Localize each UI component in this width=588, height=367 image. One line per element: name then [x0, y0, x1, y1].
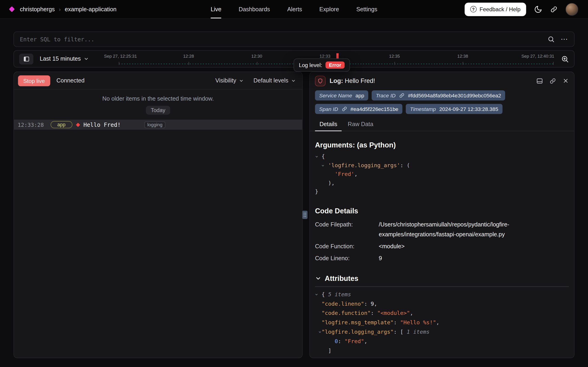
panels-container: Stop live Connected Visibility Default l… — [14, 72, 574, 358]
tick-mark — [257, 62, 257, 65]
badge-trace-id[interactable]: Trace ID #fdd5694a8fa98eb4e301d99ebc056e… — [372, 90, 505, 100]
code-filepath-row: Code Filepath: /Users/christophersamiull… — [315, 220, 569, 239]
attributes-heading: Attributes — [325, 274, 358, 283]
user-avatar[interactable] — [565, 3, 578, 16]
log-row[interactable]: 12:33:28 app Hello Fred! logging — [14, 120, 302, 130]
tick-mark — [463, 62, 463, 65]
tab-details[interactable]: Details — [315, 118, 342, 131]
tick-mark — [394, 62, 395, 65]
link-icon — [341, 106, 347, 112]
code-details-list: Code Filepath: /Users/christophersamiull… — [315, 220, 569, 263]
detail-title: Log: Hello Fred! — [330, 77, 375, 84]
tick-mark — [553, 62, 554, 65]
connection-status: Connected — [57, 77, 84, 84]
badge-timestamp[interactable]: Timestamp 2024-09-27 12:33:28.385 — [406, 104, 502, 114]
today-button[interactable]: Today — [146, 106, 170, 115]
code-lineno-row: Code Lineno: 9 — [315, 253, 569, 263]
chevron-down-icon — [239, 78, 244, 83]
moon-icon — [534, 5, 542, 13]
search-icon[interactable] — [547, 36, 555, 43]
scope-tag[interactable]: logging — [144, 121, 165, 128]
tick-mark — [119, 62, 119, 65]
empty-state-message: No older items in the selected time wind… — [14, 95, 302, 102]
zoom-in-icon — [561, 55, 569, 63]
close-button[interactable] — [563, 78, 569, 84]
attributes-divider — [315, 286, 569, 287]
tick-label: 12:38 — [457, 54, 468, 58]
question-icon: ? — [470, 6, 477, 12]
sql-filter-input[interactable] — [20, 36, 542, 42]
primary-nav: Live Dashboards Alerts Explore Settings — [211, 0, 377, 18]
breadcrumb: christophergs › example-application — [10, 6, 116, 12]
nav-actions: ? Feedback / Help — [464, 2, 578, 16]
time-range-select[interactable]: Last 15 minutes — [40, 56, 89, 62]
live-log-panel: Stop live Connected Visibility Default l… — [14, 72, 303, 358]
tab-raw-data[interactable]: Raw Data — [343, 118, 378, 131]
log-detail-panel: Log: Hello Fred! — [309, 72, 574, 358]
logfire-logo-icon[interactable] — [9, 6, 15, 12]
error-level-diamond-icon — [76, 123, 80, 127]
app-root: christophergs › example-application Live… — [0, 0, 588, 367]
chevron-down-icon — [84, 56, 89, 62]
panel-left-icon — [23, 56, 29, 62]
error-level-badge: Error — [325, 62, 345, 69]
badge-span-id[interactable]: Span ID #ea4d5f226ec151be — [315, 104, 402, 114]
breadcrumb-separator-icon: › — [59, 6, 61, 12]
more-options-icon[interactable]: ⋯ — [561, 35, 568, 44]
detail-tabs: Details Raw Data — [310, 118, 574, 131]
arguments-code[interactable]: › { › 'logfire.logging_args': ( 'Fred', … — [315, 152, 569, 196]
tick-label: 12:35 — [389, 54, 400, 58]
dock-bottom-button[interactable] — [536, 77, 543, 84]
nav-tab-alerts[interactable]: Alerts — [287, 0, 302, 18]
feedback-help-button[interactable]: ? Feedback / Help — [464, 2, 526, 16]
attributes-section-toggle[interactable]: Attributes — [315, 274, 569, 283]
code-function-row: Code Function: <module> — [315, 241, 569, 251]
dock-bottom-icon — [536, 77, 543, 84]
tick-label: 12:28 — [183, 54, 194, 58]
live-panel-header: Stop live Connected Visibility Default l… — [14, 72, 302, 90]
breadcrumb-org[interactable]: christophergs — [20, 6, 55, 12]
badge-service-name[interactable]: Service Name app — [315, 90, 368, 100]
metadata-badges: Service Name app Trace ID #fdd5694a8fa98… — [310, 90, 574, 114]
sql-filter-bar: ⋯ — [14, 32, 574, 47]
attributes-code[interactable]: › { 5 items "code.lineno": 9, "code.func… — [315, 290, 569, 358]
link-icon — [550, 6, 558, 13]
share-link-button[interactable] — [550, 6, 558, 13]
detail-header: Log: Hello Fred! — [310, 72, 574, 90]
histogram-bar-error[interactable] — [336, 53, 339, 58]
link-icon — [549, 77, 556, 84]
tick-label: 12:33 — [320, 54, 330, 58]
error-shield-icon — [315, 75, 325, 86]
sidebar-toggle-button[interactable] — [19, 53, 33, 64]
stop-live-button[interactable]: Stop live — [18, 75, 50, 86]
tick-mark — [189, 62, 189, 65]
breadcrumb-project[interactable]: example-application — [65, 6, 116, 12]
nav-tab-live[interactable]: Live — [211, 0, 221, 18]
tick-label: 12:30 — [251, 54, 262, 58]
tooltip-label: Log level: — [299, 62, 322, 68]
nav-tab-explore[interactable]: Explore — [319, 0, 339, 18]
arguments-heading: Arguments: (as Python) — [315, 141, 569, 149]
default-levels-dropdown[interactable]: Default levels — [254, 77, 296, 84]
panel-resize-handle[interactable] — [302, 211, 307, 219]
top-nav: christophergs › example-application Live… — [0, 0, 588, 19]
copy-link-button[interactable] — [549, 77, 556, 84]
close-icon — [563, 78, 569, 84]
main-content: ⋯ Last 15 minutes Sep 27, 12:25:31 12:28… — [0, 32, 588, 358]
theme-toggle-button[interactable] — [534, 5, 542, 13]
link-icon — [399, 92, 405, 98]
log-time: 12:33:28 — [18, 122, 44, 128]
zoom-in-button[interactable] — [561, 55, 569, 63]
service-tag[interactable]: app — [50, 121, 72, 128]
visibility-dropdown[interactable]: Visibility — [215, 77, 244, 84]
grip-dots-icon — [303, 212, 306, 217]
nav-tab-settings[interactable]: Settings — [356, 0, 377, 18]
tick-label: Sep 27, 12:40:31 — [522, 54, 554, 58]
log-message: Hello Fred! — [83, 121, 121, 128]
code-details-heading: Code Details — [315, 207, 569, 215]
tick-label: Sep 27, 12:25:31 — [104, 54, 137, 58]
chevron-down-icon — [315, 275, 321, 282]
nav-tab-dashboards[interactable]: Dashboards — [239, 0, 270, 18]
chevron-down-icon — [291, 78, 296, 83]
log-level-tooltip: Log level: Error — [294, 58, 350, 72]
